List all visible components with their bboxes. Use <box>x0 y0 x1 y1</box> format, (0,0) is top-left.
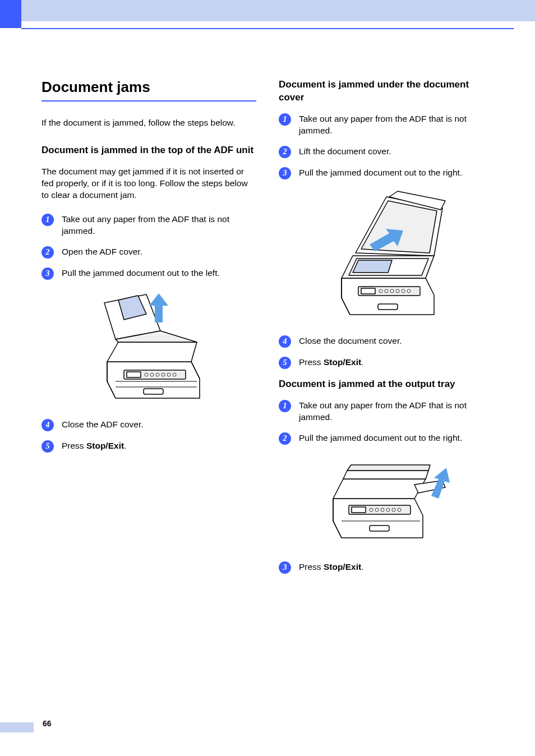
step-bullet-1: 1 <box>279 400 291 412</box>
intro-text: If the document is jammed, follow the st… <box>41 117 256 129</box>
svg-rect-17 <box>378 304 398 310</box>
step-text: Take out any paper from the ADF that is … <box>299 400 494 423</box>
svg-rect-1 <box>127 372 141 377</box>
section2-heading: Document is jammed under the document co… <box>279 79 494 104</box>
svg-point-12 <box>385 289 388 293</box>
page-content: Document jams If the document is jammed,… <box>41 79 494 583</box>
svg-point-2 <box>145 373 148 376</box>
section1-step5: 5 Press Stop/Exit. <box>41 440 256 453</box>
step-text: Press Stop/Exit. <box>62 440 256 452</box>
svg-point-5 <box>162 373 165 376</box>
step3-prefix: Press <box>299 562 324 571</box>
step3-bold: Stop/Exit <box>324 562 361 571</box>
step-bullet-1: 1 <box>41 214 54 226</box>
svg-point-4 <box>156 373 159 376</box>
svg-point-3 <box>150 373 154 376</box>
svg-point-13 <box>390 289 394 293</box>
step-text: Press Stop/Exit. <box>299 561 494 573</box>
step-bullet-2: 2 <box>41 246 54 259</box>
step-text: Pull the jammed document out to the righ… <box>299 167 494 179</box>
section2-step4: 4 Close the document cover. <box>279 335 494 348</box>
step-bullet-3: 3 <box>279 561 291 574</box>
svg-rect-19 <box>352 507 366 513</box>
section3-step3: 3 Press Stop/Exit. <box>279 561 494 574</box>
step-text: Pull the jammed document out to the righ… <box>299 432 494 444</box>
figure-output-tray <box>279 454 494 549</box>
step-text: Pull the jammed document out to the left… <box>62 268 256 279</box>
section1-step4: 4 Close the ADF cover. <box>41 419 256 431</box>
page-number: 66 <box>43 719 52 728</box>
svg-point-6 <box>167 373 170 376</box>
header-strip <box>21 0 535 21</box>
step-text: Close the document cover. <box>299 335 494 347</box>
figure-adf-open <box>41 289 256 407</box>
step5-prefix: Press <box>299 357 324 367</box>
step5-prefix: Press <box>62 441 86 450</box>
section2-step1: 1 Take out any paper from the ADF that i… <box>279 113 494 137</box>
step5-suffix: . <box>124 441 126 450</box>
step-text: Lift the document cover. <box>299 146 494 158</box>
section1-intro: The document may get jammed if it is not… <box>41 166 256 201</box>
svg-point-24 <box>392 508 395 511</box>
step-bullet-1: 1 <box>279 113 291 126</box>
step-bullet-5: 5 <box>279 357 291 369</box>
figure-cover-open <box>279 188 494 323</box>
left-column: Document jams If the document is jammed,… <box>41 79 256 583</box>
step-bullet-3: 3 <box>279 167 291 179</box>
section1-step1: 1 Take out any paper from the ADF that i… <box>41 214 256 237</box>
section3-heading: Document is jammed at the output tray <box>279 378 494 391</box>
right-column: Document is jammed under the document co… <box>279 79 494 583</box>
svg-rect-8 <box>144 389 163 394</box>
step3-suffix: . <box>361 562 363 571</box>
svg-point-25 <box>398 508 401 511</box>
step5-bold: Stop/Exit <box>324 357 361 367</box>
svg-rect-10 <box>361 288 375 294</box>
section1-step2: 2 Open the ADF cover. <box>41 246 256 259</box>
section2-step2: 2 Lift the document cover. <box>279 146 494 158</box>
section2-step3: 3 Pull the jammed document out to the ri… <box>279 167 494 179</box>
section1-step3: 3 Pull the jammed document out to the le… <box>41 268 256 280</box>
step-text: Close the ADF cover. <box>62 419 256 431</box>
step-text: Take out any paper from the ADF that is … <box>62 214 256 237</box>
step-bullet-4: 4 <box>41 419 54 431</box>
step-text: Open the ADF cover. <box>62 246 256 258</box>
title-underline <box>41 100 256 102</box>
svg-rect-26 <box>370 525 389 531</box>
step5-bold: Stop/Exit <box>86 441 124 450</box>
svg-point-14 <box>396 289 399 293</box>
step-text: Press Stop/Exit. <box>299 357 494 368</box>
step-bullet-2: 2 <box>279 432 291 445</box>
svg-point-11 <box>379 289 382 293</box>
step-bullet-3: 3 <box>41 268 54 280</box>
section3-step1: 1 Take out any paper from the ADF that i… <box>279 400 494 423</box>
step5-suffix: . <box>361 357 363 367</box>
svg-point-7 <box>173 373 176 376</box>
svg-point-21 <box>375 508 379 511</box>
page-tab-marker <box>0 0 21 28</box>
footer-strip <box>0 722 34 732</box>
svg-point-15 <box>402 289 405 293</box>
svg-point-23 <box>386 508 390 511</box>
svg-point-16 <box>407 289 411 293</box>
step-text: Take out any paper from the ADF that is … <box>299 113 494 137</box>
svg-point-20 <box>370 508 373 511</box>
step-bullet-4: 4 <box>279 335 291 348</box>
step-bullet-5: 5 <box>41 440 54 453</box>
step-bullet-2: 2 <box>279 146 291 158</box>
header-divider <box>21 28 514 29</box>
section3-step2: 2 Pull the jammed document out to the ri… <box>279 432 494 445</box>
svg-point-22 <box>381 508 384 511</box>
page-title: Document jams <box>41 79 256 96</box>
section2-step5: 5 Press Stop/Exit. <box>279 357 494 369</box>
section1-heading: Document is jammed in the top of the ADF… <box>41 144 256 157</box>
